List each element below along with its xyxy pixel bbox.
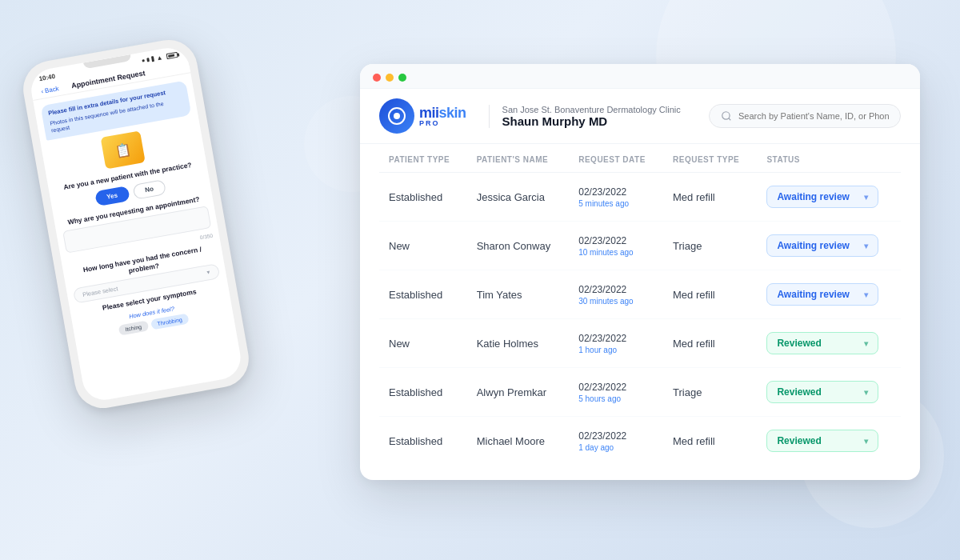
table-container: PATIENT TYPE PATIENT'S NAME REQUEST DATE… [360, 144, 920, 456]
status-badge[interactable]: Reviewed ▾ [766, 332, 878, 354]
phone-mockup: 10:40 ▲ ‹ Back Appointment Request [18, 35, 253, 413]
cell-status[interactable]: Awaiting review ▾ [757, 222, 901, 270]
request-date-ago: 1 hour ago [578, 346, 654, 354]
svg-point-1 [394, 113, 400, 119]
cell-patient-type: Established [379, 270, 467, 319]
cell-patient-type: New [379, 222, 467, 270]
requests-table: PATIENT TYPE PATIENT'S NAME REQUEST DATE… [379, 144, 901, 456]
cell-status[interactable]: Awaiting review ▾ [757, 270, 901, 319]
status-label: Reviewed [777, 386, 821, 398]
status-label: Awaiting review [777, 191, 849, 202]
request-date-ago: 5 hours ago [578, 394, 654, 403]
battery-icon [166, 52, 178, 59]
cell-patient-type: Established [379, 368, 467, 417]
chevron-down-icon: ▾ [864, 339, 868, 348]
chevron-down-icon: ▾ [864, 242, 868, 250]
table-header: PATIENT TYPE PATIENT'S NAME REQUEST DATE… [379, 144, 901, 173]
back-chevron-icon: ‹ [41, 87, 44, 94]
col-status: STATUS [757, 144, 901, 173]
svg-point-2 [722, 112, 730, 119]
logo-mii: mii [419, 105, 439, 121]
cell-patient-type: Established [379, 173, 467, 222]
status-badge[interactable]: Awaiting review ▾ [766, 283, 878, 306]
phone-yes-button[interactable]: Yes [94, 186, 130, 206]
phone-content: Please fill in extra details for your re… [33, 73, 240, 384]
request-date-main: 02/23/2022 [578, 284, 654, 295]
chevron-down-icon: ▾ [864, 290, 868, 299]
cell-patient-name: Alwyn Premkar [467, 368, 570, 417]
battery-fill [168, 54, 175, 57]
status-label: Awaiting review [777, 289, 849, 300]
status-label: Reviewed [777, 338, 821, 349]
window-close-button[interactable] [373, 74, 381, 82]
table-body: Established Jessica Garcia 02/23/2022 5 … [379, 173, 901, 457]
logo-circle [379, 98, 414, 134]
cell-request-type: Med refill [663, 270, 757, 319]
cell-request-type: Triage [663, 368, 757, 417]
request-date-main: 02/23/2022 [578, 382, 654, 393]
phone-no-button[interactable]: No [132, 179, 166, 200]
chevron-down-icon: ▾ [864, 388, 868, 397]
logo-icon [387, 106, 406, 126]
cell-request-type: Med refill [663, 319, 757, 368]
cell-status[interactable]: Reviewed ▾ [757, 417, 901, 457]
request-date-main: 02/23/2022 [578, 430, 654, 442]
cell-patient-name: Tim Yates [467, 270, 570, 319]
phone-illustration: 📋 [101, 130, 146, 169]
wifi-icon: ▲ [156, 54, 163, 62]
table-header-row: PATIENT TYPE PATIENT'S NAME REQUEST DATE… [379, 144, 901, 173]
cell-status[interactable]: Reviewed ▾ [757, 368, 901, 417]
cell-request-type: Med refill [663, 417, 757, 457]
app-header: miiskin PRO San Jose St. Bonaventure Der… [360, 89, 920, 144]
phone-select-placeholder: Please select [82, 286, 118, 299]
logo-text-area: miiskin PRO [419, 106, 466, 127]
document-icon: 📋 [114, 141, 132, 158]
cell-request-date: 02/23/2022 10 minutes ago [569, 222, 663, 270]
signal-bar-3 [151, 56, 154, 62]
phone-symptom-itching[interactable]: Itching [118, 321, 149, 336]
request-date-ago: 5 minutes ago [578, 199, 654, 208]
table-row: Established Jessica Garcia 02/23/2022 5 … [379, 173, 901, 222]
chevron-down-icon: ▾ [206, 269, 211, 277]
request-date-ago: 10 minutes ago [578, 248, 654, 257]
cell-request-date: 02/23/2022 30 minutes ago [569, 270, 663, 319]
logo-area: miiskin PRO [379, 98, 466, 134]
status-badge[interactable]: Awaiting review ▾ [766, 186, 878, 208]
search-input[interactable] [738, 111, 889, 121]
col-request-date: REQUEST DATE [569, 144, 663, 173]
phone-symptom-throbbing[interactable]: Throbbing [150, 314, 190, 330]
cell-request-date: 02/23/2022 5 hours ago [569, 368, 663, 417]
table-row: Established Tim Yates 02/23/2022 30 minu… [379, 270, 901, 319]
table-row: Established Alwyn Premkar 02/23/2022 5 h… [379, 368, 901, 417]
status-badge[interactable]: Reviewed ▾ [766, 430, 878, 452]
status-badge[interactable]: Reviewed ▾ [766, 381, 878, 403]
cell-request-type: Med refill [663, 173, 757, 222]
request-date-main: 02/23/2022 [578, 333, 654, 344]
logo-pro-text: PRO [419, 120, 466, 127]
window-maximize-button[interactable] [398, 74, 406, 82]
search-area[interactable] [709, 104, 901, 128]
request-date-main: 02/23/2022 [578, 186, 654, 198]
col-patient-name: PATIENT'S NAME [467, 144, 570, 173]
table-row: New Katie Holmes 02/23/2022 1 hour ago M… [379, 319, 901, 368]
status-badge[interactable]: Awaiting review ▾ [766, 234, 878, 257]
signal-bar-2 [146, 58, 150, 62]
chevron-down-icon: ▾ [864, 193, 868, 202]
cell-request-date: 02/23/2022 5 minutes ago [569, 173, 663, 222]
cell-status[interactable]: Awaiting review ▾ [757, 173, 901, 222]
cell-request-type: Triage [663, 222, 757, 270]
cell-request-date: 02/23/2022 1 day ago [569, 417, 663, 457]
phone-outer: 10:40 ▲ ‹ Back Appointment Request [18, 35, 253, 413]
search-icon [721, 110, 732, 122]
table-row: Established Michael Moore 02/23/2022 1 d… [379, 417, 901, 457]
col-request-type: REQUEST TYPE [663, 144, 757, 173]
signal-bar-1 [142, 59, 145, 62]
request-date-ago: 1 day ago [578, 443, 654, 452]
phone-back-button[interactable]: ‹ Back [41, 85, 60, 95]
cell-patient-name: Jessica Garcia [467, 173, 570, 222]
logo-skin: skin [439, 105, 466, 121]
window-minimize-button[interactable] [386, 74, 394, 82]
chevron-down-icon: ▾ [864, 437, 868, 446]
cell-status[interactable]: Reviewed ▾ [757, 319, 901, 368]
cell-patient-name: Katie Holmes [467, 319, 570, 368]
